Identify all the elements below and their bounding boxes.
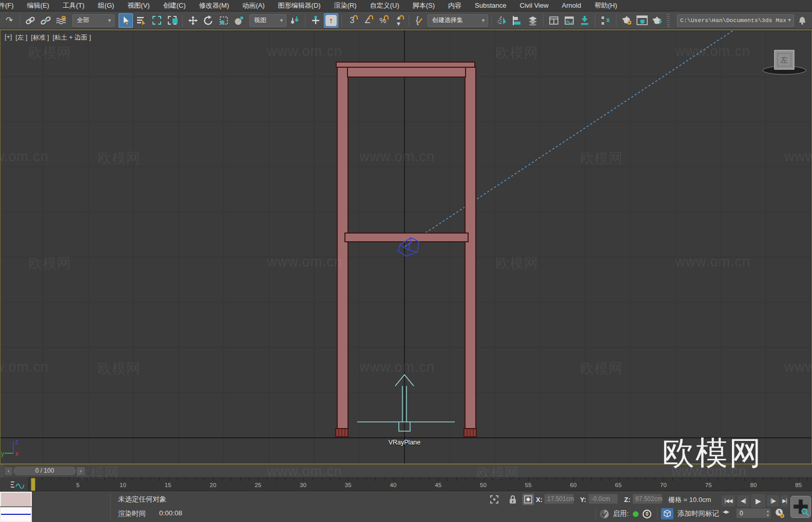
menu-item-5[interactable]: 创建(C) (157, 0, 192, 11)
y-coordinate-field[interactable]: -0.0cm (588, 494, 618, 504)
menu-item-13[interactable]: Substance (468, 0, 513, 11)
window-crossing-toggle[interactable] (165, 13, 179, 28)
edit-named-selection-sets-button[interactable]: { (412, 13, 427, 28)
bind-to-space-warp-button[interactable] (54, 13, 68, 28)
table-apron[interactable] (347, 67, 466, 77)
time-ruler[interactable]: 510152025303540455055606570758085 (0, 477, 812, 491)
ruler-tick (456, 478, 457, 481)
viewcube[interactable]: 左 (763, 50, 806, 74)
key-mode-toggle[interactable]: ◀▶ (723, 509, 729, 514)
ruler-label-45: 45 (435, 482, 441, 488)
redo-icon: ↷ (6, 15, 13, 26)
safe-frames-icon[interactable] (598, 508, 610, 519)
named-selection-sets-dropdown[interactable]: 创建选择集 ▼ (428, 14, 488, 27)
select-and-rotate-button[interactable] (201, 13, 216, 28)
menu-item-4[interactable]: 视图(V) (121, 0, 156, 11)
play-button[interactable]: ▶ (751, 494, 765, 508)
render-production-button[interactable] (650, 13, 665, 28)
curve-editor-button[interactable] (562, 13, 576, 28)
snaps-toggle[interactable]: 3 (345, 13, 359, 28)
previous-frame-nav-button[interactable]: ‹ (5, 467, 12, 475)
menu-item-16[interactable]: 帮助(H) (588, 0, 624, 11)
zero-badge[interactable]: 0 (643, 510, 651, 518)
table-frame-model[interactable] (336, 62, 476, 437)
next-frame-nav-button[interactable]: › (77, 467, 85, 475)
menu-item-12[interactable]: 内容 (441, 0, 468, 11)
menu-item-2[interactable]: 工具(T) (56, 0, 91, 11)
go-to-start-button[interactable]: |◀◀ (722, 495, 735, 507)
viewport-menu-pov[interactable]: [左 ] (15, 33, 27, 42)
table-left-leg[interactable] (337, 67, 348, 429)
time-configuration-button[interactable] (774, 508, 785, 519)
clipped-toolbar-icon[interactable] (795, 13, 809, 28)
isolate-selection-toggle[interactable] (489, 494, 500, 505)
rendered-frame-window-button[interactable] (635, 13, 649, 28)
z-coordinate-field[interactable]: 67.502cm (632, 494, 662, 504)
select-and-move-button[interactable] (186, 13, 200, 28)
angle-snap-toggle[interactable]: ∠ (360, 13, 375, 28)
percent-snap-toggle[interactable]: % (376, 13, 390, 28)
layer-explorer-button[interactable] (526, 13, 540, 28)
render-setup-button[interactable] (620, 13, 634, 28)
selection-lock-toggle[interactable] (507, 494, 518, 505)
selection-filter-dropdown[interactable]: 全部 ▼ (72, 14, 114, 27)
frame-spinner[interactable]: ▲▼ (766, 509, 769, 517)
absolute-mode-toggle[interactable] (523, 494, 534, 505)
selected-object-type-button[interactable] (661, 508, 673, 519)
use-pivot-point-center-button[interactable] (287, 13, 302, 28)
schematic-view-button[interactable] (577, 13, 592, 28)
project-folder-field[interactable]: C:\Users\Han\Documents\3ds Max 2022 ▼ (677, 14, 794, 27)
material-editor-button[interactable] (598, 13, 613, 28)
align-button[interactable] (510, 13, 525, 28)
menu-item-6[interactable]: 修改器(M) (192, 0, 236, 11)
toolbar-drag-handle[interactable] (667, 14, 670, 27)
unlink-selection-button[interactable] (38, 13, 53, 28)
menu-item-15[interactable]: Arnold (555, 0, 588, 11)
menu-item-9[interactable]: 渲染(R) (327, 0, 363, 11)
frame-indicator[interactable]: 0 / 100 (13, 467, 76, 475)
maxscript-mini-listener[interactable] (0, 507, 32, 522)
select-and-manipulate-button[interactable] (308, 13, 323, 28)
select-and-link-button[interactable] (23, 13, 37, 28)
menu-item-11[interactable]: 脚本(S) (406, 0, 441, 11)
menu-item-14[interactable]: Civil View (513, 0, 555, 11)
time-slider[interactable] (31, 478, 35, 491)
maxscript-macro-recorder[interactable] (0, 492, 32, 507)
spinner-snap-toggle[interactable]: ▲▼ (391, 13, 405, 28)
vrayplane-gizmo[interactable] (357, 375, 455, 431)
toggle-scene-explorer-button[interactable] (547, 13, 561, 28)
viewport-left[interactable]: [+] [左 ] [标准 ] [粘土 + 边面 ] (0, 29, 812, 465)
menu-item-7[interactable]: 动画(A) (236, 0, 271, 11)
select-and-place-button[interactable] (232, 13, 246, 28)
select-cursor-icon (121, 15, 131, 26)
auto-key-button[interactable] (790, 496, 811, 518)
go-to-end-button[interactable]: ▶| (781, 495, 788, 507)
mirror-button[interactable] (495, 13, 509, 28)
viewport-menu-general[interactable]: [+] (5, 33, 12, 42)
menu-item-3[interactable]: 组(G) (91, 0, 121, 11)
rectangular-selection-region-button[interactable] (149, 13, 164, 28)
select-object-button[interactable] (119, 13, 133, 28)
menu-item-1[interactable]: 编辑(E) (21, 0, 56, 11)
current-frame-field[interactable]: 0 ▲▼ (736, 508, 771, 518)
menu-item-0[interactable]: 件(F) (0, 0, 21, 11)
next-frame-button[interactable]: ||▶ (767, 495, 779, 507)
previous-frame-button[interactable]: ◀|| (737, 495, 749, 507)
table-right-leg[interactable] (465, 67, 476, 429)
select-by-name-button[interactable] (134, 13, 148, 28)
vrayplane-label[interactable]: VRayPlane (374, 439, 435, 446)
trackbar-drag-handle[interactable] (0, 465, 4, 477)
open-mini-curve-editor-button[interactable] (0, 477, 29, 491)
table-top-slab[interactable] (336, 62, 475, 67)
viewport-menu-shading[interactable]: [粘土 + 边面 ] (53, 33, 91, 42)
menu-item-10[interactable]: 自定义(U) (363, 0, 406, 11)
table-feet[interactable] (336, 429, 476, 437)
keyboard-shortcut-override-toggle[interactable]: ↑ (324, 13, 338, 28)
menu-item-8[interactable]: 图形编辑器(D) (272, 0, 327, 11)
viewport-menu-standard[interactable]: [标准 ] (31, 33, 49, 42)
statusbar-separator (657, 508, 658, 520)
x-coordinate-field[interactable]: 17.501cm (544, 494, 574, 504)
redo-button[interactable]: ↷ (2, 13, 16, 28)
select-and-scale-button[interactable] (217, 13, 231, 28)
reference-coordinate-dropdown[interactable]: 视图 ▼ (249, 14, 286, 27)
